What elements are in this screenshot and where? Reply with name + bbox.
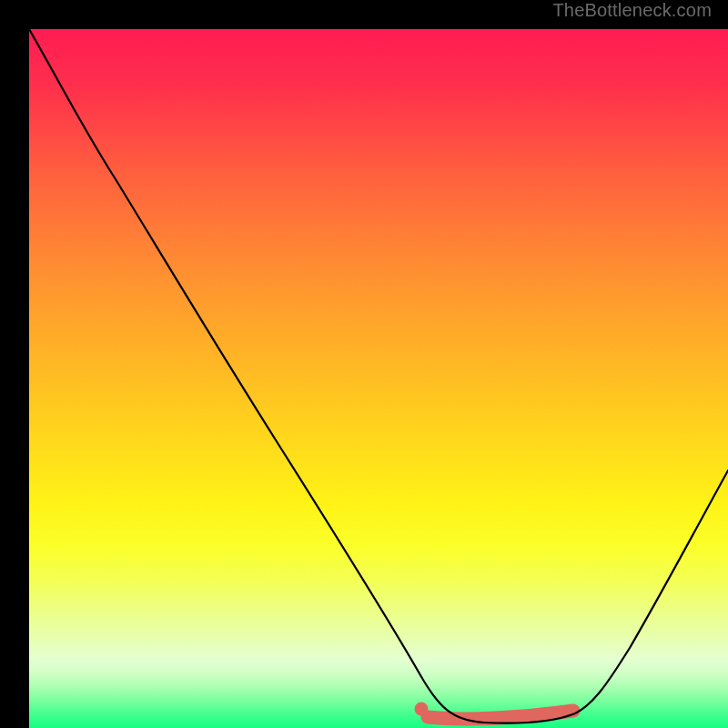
watermark-text: TheBottleneck.com — [552, 0, 712, 21]
marker-dot — [415, 703, 429, 716]
bottleneck-curve — [29, 29, 728, 723]
chart-frame — [15, 15, 713, 713]
plot-area — [29, 29, 728, 728]
chart-svg — [29, 29, 728, 728]
